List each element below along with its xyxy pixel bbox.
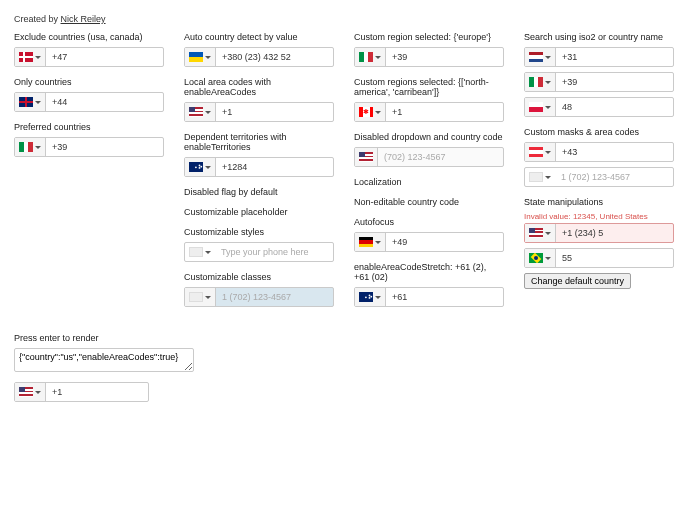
caption-local: Localization xyxy=(354,177,504,187)
phone-input-regions[interactable] xyxy=(386,103,510,121)
press-section: Press enter to render xyxy=(14,333,674,402)
phone-input-auto[interactable] xyxy=(216,48,340,66)
caption-state: State manipulations xyxy=(524,197,674,207)
chevron-down-icon xyxy=(545,232,551,235)
flag-dropdown[interactable] xyxy=(525,48,556,66)
flag-dropdown[interactable] xyxy=(525,73,556,91)
flag-dropdown[interactable] xyxy=(525,168,555,186)
germany-flag-icon xyxy=(359,237,373,247)
austria-flag-icon xyxy=(529,147,543,157)
chevron-down-icon xyxy=(375,56,381,59)
caption-only: Only countries xyxy=(14,77,164,87)
phone-input-territories[interactable] xyxy=(216,158,340,176)
phone-input-autofocus[interactable] xyxy=(386,233,510,251)
flag-dropdown[interactable] xyxy=(355,103,386,121)
neutral-flag-icon xyxy=(189,247,203,257)
italy-flag-icon xyxy=(359,52,373,62)
neutral-flag-icon xyxy=(189,292,203,302)
caption-region: Custom region selected: {'europe'} xyxy=(354,32,504,42)
caption-exclude: Exclude countries (usa, canada) xyxy=(14,32,164,42)
chevron-down-icon xyxy=(35,391,41,394)
chevron-down-icon xyxy=(205,56,211,59)
flag-dropdown[interactable] xyxy=(525,224,556,242)
flag-dropdown[interactable] xyxy=(355,233,386,251)
chevron-down-icon xyxy=(375,241,381,244)
column-4: Search using iso2 or country name Custom… xyxy=(524,32,674,317)
flag-dropdown[interactable] xyxy=(355,48,386,66)
netherlands-flag-icon xyxy=(529,52,543,62)
chevron-down-icon xyxy=(545,257,551,260)
author-link[interactable]: Nick Reiley xyxy=(61,14,106,24)
caption-regions: Custom regions selected: {['north-americ… xyxy=(354,77,504,97)
flag-dropdown[interactable] xyxy=(185,288,216,306)
flag-dropdown[interactable] xyxy=(525,143,556,161)
chevron-down-icon xyxy=(545,106,551,109)
phone-input-region[interactable] xyxy=(386,48,510,66)
neutral-flag-icon xyxy=(529,172,543,182)
flag-dropdown[interactable] xyxy=(15,138,46,156)
phone-input-classes[interactable] xyxy=(216,288,340,306)
phone-input-state-0[interactable] xyxy=(556,224,680,242)
caption-styles: Customizable styles xyxy=(184,227,334,237)
chevron-down-icon xyxy=(545,56,551,59)
phone-input-area[interactable] xyxy=(216,103,340,121)
flag-dropdown[interactable] xyxy=(15,383,46,401)
flag-dropdown[interactable] xyxy=(355,288,386,306)
chevron-down-icon xyxy=(205,296,211,299)
phone-input-only[interactable] xyxy=(46,93,170,111)
json-textarea[interactable] xyxy=(14,348,194,372)
phone-input-masks-0[interactable] xyxy=(556,143,680,161)
phone-input-search-2[interactable] xyxy=(556,98,680,116)
caption-disabled-flag: Disabled flag by default xyxy=(184,187,334,197)
chevron-down-icon xyxy=(35,56,41,59)
flag-dropdown[interactable] xyxy=(15,93,46,111)
header: Created by Nick Reiley xyxy=(14,14,674,24)
caption-masks: Custom masks & area codes xyxy=(524,127,674,137)
denmark-flag-icon xyxy=(19,52,33,62)
column-2: Auto country detect by value Local area … xyxy=(184,32,334,317)
chevron-down-icon xyxy=(205,111,211,114)
flag-dropdown-disabled xyxy=(355,148,378,166)
caption-search: Search using iso2 or country name xyxy=(524,32,674,42)
phone-input-exclude[interactable] xyxy=(46,48,170,66)
caption-pref: Preferred countries xyxy=(14,122,164,132)
phone-input-search-0[interactable] xyxy=(556,48,680,66)
phone-only xyxy=(14,92,164,112)
phone-input-stretch[interactable] xyxy=(386,288,510,306)
flag-dropdown[interactable] xyxy=(185,158,216,176)
flag-dropdown[interactable] xyxy=(185,48,216,66)
flag-dropdown[interactable] xyxy=(525,98,556,116)
chevron-down-icon xyxy=(35,101,41,104)
chevron-down-icon xyxy=(35,146,41,149)
flag-dropdown[interactable] xyxy=(15,48,46,66)
caption-autofocus: Autofocus xyxy=(354,217,504,227)
ukraine-flag-icon xyxy=(189,52,203,62)
caption-stretch: enableAreaCodeStretch: +61 (2), +61 (02) xyxy=(354,262,504,282)
us-flag-icon xyxy=(529,228,543,238)
chevron-down-icon xyxy=(545,176,551,179)
chevron-down-icon xyxy=(205,166,211,169)
phone-input-press[interactable] xyxy=(46,383,170,401)
phone-input-pref[interactable] xyxy=(46,138,170,156)
italy-flag-icon xyxy=(529,77,543,87)
caption-placeholder: Customizable placeholder xyxy=(184,207,334,217)
column-1: Exclude countries (usa, canada) Only cou… xyxy=(14,32,164,317)
change-country-button[interactable]: Change default country xyxy=(524,273,631,289)
phone-input-search-1[interactable] xyxy=(556,73,680,91)
flag-dropdown[interactable] xyxy=(185,103,216,121)
caption-auto: Auto country detect by value xyxy=(184,32,334,42)
chevron-down-icon xyxy=(205,251,211,254)
caption-area: Local area codes with enableAreaCodes xyxy=(184,77,334,97)
caption-press: Press enter to render xyxy=(14,333,674,343)
us-flag-icon xyxy=(19,387,33,397)
australia-flag-icon xyxy=(359,292,373,302)
phone-input-state-1[interactable] xyxy=(556,249,680,267)
phone-exclude xyxy=(14,47,164,67)
chevron-down-icon xyxy=(545,151,551,154)
phone-input-placeholder[interactable] xyxy=(215,243,339,261)
phone-input-masks-1[interactable] xyxy=(555,168,679,186)
chevron-down-icon xyxy=(545,81,551,84)
chevron-down-icon xyxy=(375,111,381,114)
flag-dropdown[interactable] xyxy=(525,249,556,267)
flag-dropdown[interactable] xyxy=(185,243,215,261)
